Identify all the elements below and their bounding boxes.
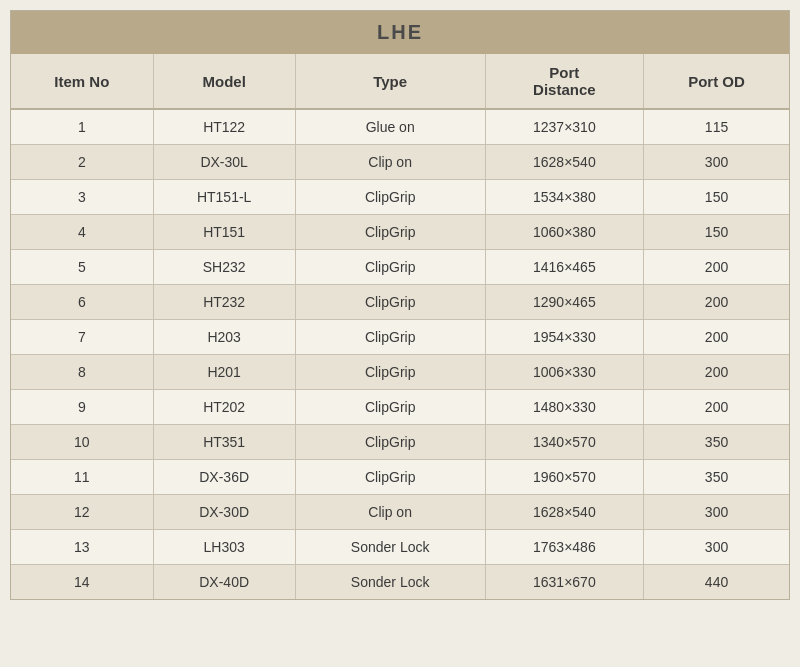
main-table-wrapper: LHE Item No Model Type PortDistance Port… bbox=[10, 10, 790, 600]
cell-type: ClipGrip bbox=[295, 250, 485, 285]
cell-port_distance: 1763×486 bbox=[485, 530, 643, 565]
data-table: Item No Model Type PortDistance Port OD … bbox=[11, 54, 789, 599]
cell-port_distance: 1631×670 bbox=[485, 565, 643, 600]
table-row: 3HT151-LClipGrip1534×380150 bbox=[11, 180, 789, 215]
cell-port_distance: 1340×570 bbox=[485, 425, 643, 460]
cell-port_distance: 1290×465 bbox=[485, 285, 643, 320]
cell-item_no: 5 bbox=[11, 250, 153, 285]
cell-type: ClipGrip bbox=[295, 180, 485, 215]
cell-port_od: 300 bbox=[644, 530, 789, 565]
cell-port_distance: 1534×380 bbox=[485, 180, 643, 215]
cell-model: LH303 bbox=[153, 530, 295, 565]
cell-type: Glue on bbox=[295, 109, 485, 145]
table-body: 1HT122Glue on1237×3101152DX-30LClip on16… bbox=[11, 109, 789, 599]
cell-model: DX-36D bbox=[153, 460, 295, 495]
cell-port_od: 440 bbox=[644, 565, 789, 600]
cell-port_od: 350 bbox=[644, 460, 789, 495]
col-header-type: Type bbox=[295, 54, 485, 109]
cell-model: HT351 bbox=[153, 425, 295, 460]
cell-item_no: 9 bbox=[11, 390, 153, 425]
header-row: Item No Model Type PortDistance Port OD bbox=[11, 54, 789, 109]
cell-model: DX-30L bbox=[153, 145, 295, 180]
table-row: 8H201ClipGrip1006×330200 bbox=[11, 355, 789, 390]
cell-item_no: 4 bbox=[11, 215, 153, 250]
cell-type: Sonder Lock bbox=[295, 530, 485, 565]
cell-port_od: 300 bbox=[644, 145, 789, 180]
table-row: 12DX-30DClip on1628×540300 bbox=[11, 495, 789, 530]
cell-model: HT202 bbox=[153, 390, 295, 425]
cell-item_no: 7 bbox=[11, 320, 153, 355]
table-row: 14DX-40DSonder Lock1631×670440 bbox=[11, 565, 789, 600]
cell-port_distance: 1006×330 bbox=[485, 355, 643, 390]
col-header-port-distance: PortDistance bbox=[485, 54, 643, 109]
cell-port_od: 300 bbox=[644, 495, 789, 530]
cell-model: SH232 bbox=[153, 250, 295, 285]
table-row: 7H203ClipGrip1954×330200 bbox=[11, 320, 789, 355]
table-row: 10HT351ClipGrip1340×570350 bbox=[11, 425, 789, 460]
cell-model: HT151-L bbox=[153, 180, 295, 215]
table-row: 4HT151ClipGrip1060×380150 bbox=[11, 215, 789, 250]
cell-type: ClipGrip bbox=[295, 460, 485, 495]
table-row: 13LH303Sonder Lock1763×486300 bbox=[11, 530, 789, 565]
cell-item_no: 2 bbox=[11, 145, 153, 180]
table-row: 9HT202ClipGrip1480×330200 bbox=[11, 390, 789, 425]
cell-type: ClipGrip bbox=[295, 390, 485, 425]
table-row: 6HT232ClipGrip1290×465200 bbox=[11, 285, 789, 320]
cell-type: Clip on bbox=[295, 495, 485, 530]
cell-port_distance: 1628×540 bbox=[485, 145, 643, 180]
cell-port_od: 200 bbox=[644, 285, 789, 320]
cell-model: HT122 bbox=[153, 109, 295, 145]
cell-model: DX-30D bbox=[153, 495, 295, 530]
cell-model: DX-40D bbox=[153, 565, 295, 600]
cell-type: Clip on bbox=[295, 145, 485, 180]
cell-model: HT232 bbox=[153, 285, 295, 320]
cell-model: HT151 bbox=[153, 215, 295, 250]
cell-port_od: 200 bbox=[644, 320, 789, 355]
table-row: 11DX-36DClipGrip1960×570350 bbox=[11, 460, 789, 495]
cell-port_od: 150 bbox=[644, 180, 789, 215]
table-header: Item No Model Type PortDistance Port OD bbox=[11, 54, 789, 109]
cell-port_distance: 1954×330 bbox=[485, 320, 643, 355]
cell-type: ClipGrip bbox=[295, 215, 485, 250]
table-row: 5SH232ClipGrip1416×465200 bbox=[11, 250, 789, 285]
cell-port_distance: 1060×380 bbox=[485, 215, 643, 250]
cell-item_no: 13 bbox=[11, 530, 153, 565]
cell-item_no: 8 bbox=[11, 355, 153, 390]
cell-type: ClipGrip bbox=[295, 425, 485, 460]
cell-model: H203 bbox=[153, 320, 295, 355]
cell-port_distance: 1237×310 bbox=[485, 109, 643, 145]
col-header-port-od: Port OD bbox=[644, 54, 789, 109]
cell-type: ClipGrip bbox=[295, 285, 485, 320]
cell-port_distance: 1416×465 bbox=[485, 250, 643, 285]
cell-item_no: 10 bbox=[11, 425, 153, 460]
cell-port_od: 115 bbox=[644, 109, 789, 145]
cell-item_no: 6 bbox=[11, 285, 153, 320]
cell-type: ClipGrip bbox=[295, 355, 485, 390]
cell-item_no: 12 bbox=[11, 495, 153, 530]
cell-port_distance: 1480×330 bbox=[485, 390, 643, 425]
cell-port_od: 200 bbox=[644, 355, 789, 390]
table-title: LHE bbox=[11, 11, 789, 54]
cell-port_distance: 1628×540 bbox=[485, 495, 643, 530]
table-row: 1HT122Glue on1237×310115 bbox=[11, 109, 789, 145]
cell-model: H201 bbox=[153, 355, 295, 390]
cell-port_od: 350 bbox=[644, 425, 789, 460]
cell-type: ClipGrip bbox=[295, 320, 485, 355]
cell-port_od: 200 bbox=[644, 250, 789, 285]
cell-item_no: 3 bbox=[11, 180, 153, 215]
table-row: 2DX-30LClip on1628×540300 bbox=[11, 145, 789, 180]
cell-port_od: 200 bbox=[644, 390, 789, 425]
cell-item_no: 14 bbox=[11, 565, 153, 600]
col-header-model: Model bbox=[153, 54, 295, 109]
cell-port_od: 150 bbox=[644, 215, 789, 250]
cell-type: Sonder Lock bbox=[295, 565, 485, 600]
cell-item_no: 11 bbox=[11, 460, 153, 495]
cell-item_no: 1 bbox=[11, 109, 153, 145]
col-header-item-no: Item No bbox=[11, 54, 153, 109]
cell-port_distance: 1960×570 bbox=[485, 460, 643, 495]
